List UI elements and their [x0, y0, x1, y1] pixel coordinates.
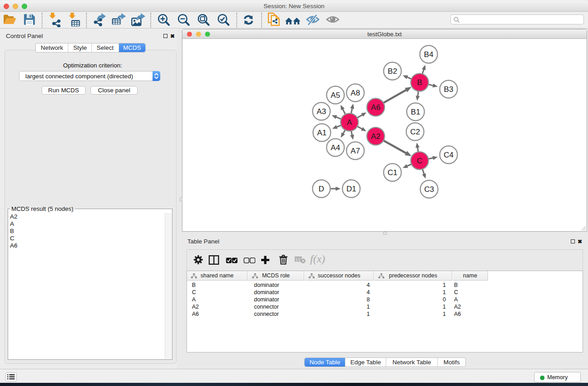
svg-text:C2: C2	[410, 128, 420, 136]
svg-text:C3: C3	[424, 185, 434, 194]
svg-text:B2: B2	[388, 67, 397, 76]
svg-text:A5: A5	[331, 91, 340, 100]
svg-text:A7: A7	[351, 147, 360, 155]
svg-text:C1: C1	[387, 168, 397, 177]
svg-text:A4: A4	[331, 143, 340, 152]
svg-text:A: A	[347, 118, 352, 127]
svg-text:A3: A3	[317, 107, 326, 116]
svg-text:D1: D1	[346, 185, 356, 193]
svg-text:B1: B1	[411, 108, 421, 116]
svg-text:D: D	[319, 185, 324, 193]
svg-text:A1: A1	[317, 129, 327, 137]
svg-text:A8: A8	[351, 89, 360, 97]
svg-text:A2: A2	[371, 132, 381, 141]
svg-text:B: B	[417, 78, 422, 87]
svg-text:B3: B3	[444, 85, 454, 94]
svg-text:B4: B4	[424, 50, 434, 59]
svg-text:C: C	[417, 157, 422, 165]
svg-text:A6: A6	[371, 103, 381, 112]
svg-text:C4: C4	[444, 151, 454, 159]
